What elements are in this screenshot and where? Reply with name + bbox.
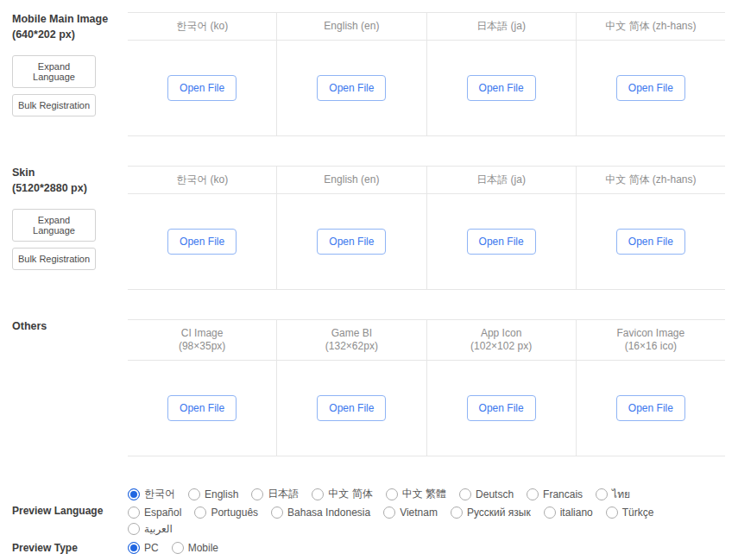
open-file-button[interactable]: Open File <box>167 229 237 255</box>
upload-cell-ko: Open File <box>128 194 276 289</box>
bulk-registration-button[interactable]: Bulk Registration <box>12 94 96 116</box>
section-others-left: Others <box>0 319 128 335</box>
open-file-button[interactable]: Open File <box>167 75 237 101</box>
radio-option-spanish[interactable]: Español <box>128 507 181 519</box>
others-table: CI Image (98×35px) Game BI (132×62px) Ap… <box>128 319 725 456</box>
open-file-button[interactable]: Open File <box>317 75 386 101</box>
section-skin-left: Skin (5120*2880 px) Expand Language Bulk… <box>0 166 128 270</box>
radio-option-german[interactable]: Deutsch <box>459 486 514 502</box>
bulk-registration-button[interactable]: Bulk Registration <box>12 248 96 270</box>
section-mobile-main-image-left: Mobile Main Image (640*202 px) Expand La… <box>0 12 128 116</box>
column-header-zh-hans: 中文 简体 (zh-hans) <box>576 13 725 40</box>
radio-icon <box>128 523 140 535</box>
section-size: (640*202 px) <box>12 28 128 43</box>
language-table-header: 한국어 (ko) English (en) 日本語 (ja) 中文 简体 (zh… <box>128 12 725 41</box>
expand-language-button[interactable]: Expand Language <box>12 209 96 242</box>
language-table-body: Open File Open File Open File Open File <box>128 194 725 290</box>
radio-icon <box>459 488 471 500</box>
preview-type-radio-group: PC Mobile <box>128 542 680 554</box>
open-file-button[interactable]: Open File <box>317 229 386 255</box>
upload-cell-zh-hans: Open File <box>576 41 725 135</box>
upload-cell-en: Open File <box>276 194 426 289</box>
radio-option-mobile[interactable]: Mobile <box>172 542 218 554</box>
upload-cell-ja: Open File <box>426 194 576 289</box>
radio-option-pc[interactable]: PC <box>128 542 159 554</box>
open-file-button[interactable]: Open File <box>167 395 237 421</box>
radio-icon <box>312 488 324 500</box>
open-file-button[interactable]: Open File <box>616 229 685 255</box>
column-header-zh-hans: 中文 简体 (zh-hans) <box>576 167 725 193</box>
radio-icon <box>606 507 618 519</box>
column-size: (102×102 px) <box>429 340 574 353</box>
preview-language-label: Preview Language <box>0 505 128 517</box>
radio-icon <box>271 507 283 519</box>
radio-option-portuguese[interactable]: Português <box>194 507 258 519</box>
radio-option-indonesian[interactable]: Bahasa Indonesia <box>271 507 370 519</box>
radio-icon <box>544 507 556 519</box>
language-table-body: Open File Open File Open File Open File <box>128 41 725 136</box>
section-others: Others CI Image (98×35px) Game BI (132×6… <box>0 319 738 456</box>
open-file-button[interactable]: Open File <box>616 75 685 101</box>
radio-icon <box>386 488 398 500</box>
radio-option-chinese-simplified[interactable]: 中文 简体 <box>312 486 372 502</box>
radio-icon <box>172 542 184 554</box>
radio-option-french[interactable]: Francais <box>527 486 583 502</box>
radio-option-korean[interactable]: 한국어 <box>128 486 175 502</box>
column-header-ja: 日本語 (ja) <box>426 167 576 193</box>
radio-icon <box>596 488 608 500</box>
upload-cell-ja: Open File <box>426 41 576 135</box>
open-file-button[interactable]: Open File <box>467 395 536 421</box>
preview-language-radio-group: 한국어 English 日本語 中文 简体 中文 繁體 Deutsch Fran… <box>128 486 680 535</box>
open-file-button[interactable]: Open File <box>317 395 386 421</box>
radio-option-english[interactable]: English <box>188 486 238 502</box>
column-title: Game BI <box>279 327 424 340</box>
preview-type-label: Preview Type <box>0 542 128 554</box>
column-size: (16×16 ico) <box>578 340 723 353</box>
radio-icon <box>188 488 200 500</box>
section-title: Skin <box>12 166 128 181</box>
section-title: Others <box>12 319 128 335</box>
radio-option-italian[interactable]: italiano <box>544 507 593 519</box>
radio-icon <box>128 507 140 519</box>
column-header-ja: 日本語 (ja) <box>426 13 576 40</box>
radio-option-japanese[interactable]: 日本語 <box>251 486 299 502</box>
radio-icon <box>527 488 539 500</box>
column-size: (132×62px) <box>279 340 424 353</box>
upload-cell-favicon-image: Open File <box>576 361 725 456</box>
radio-icon <box>128 542 140 554</box>
upload-cell-game-bi: Open File <box>276 361 426 456</box>
radio-option-arabic[interactable]: العربية <box>128 523 173 535</box>
open-file-button[interactable]: Open File <box>616 395 685 421</box>
others-table-header: CI Image (98×35px) Game BI (132×62px) Ap… <box>128 319 725 361</box>
radio-icon <box>128 488 140 500</box>
radio-icon <box>451 507 463 519</box>
column-header-ko: 한국어 (ko) <box>128 167 276 193</box>
radio-option-thai[interactable]: ไทย <box>596 486 630 502</box>
section-size: (5120*2880 px) <box>12 181 128 197</box>
column-header-app-icon: App Icon (102×102 px) <box>426 320 576 360</box>
language-table: 한국어 (ko) English (en) 日本語 (ja) 中文 简体 (zh… <box>128 12 725 136</box>
column-size: (98×35px) <box>129 340 274 353</box>
column-header-favicon-image: Favicon Image (16×16 ico) <box>576 320 725 360</box>
radio-option-russian[interactable]: Русский язык <box>451 507 531 519</box>
language-table: 한국어 (ko) English (en) 日本語 (ja) 中文 简体 (zh… <box>128 166 725 290</box>
open-file-button[interactable]: Open File <box>467 229 536 255</box>
expand-language-button[interactable]: Expand Language <box>12 55 96 88</box>
upload-cell-ci-image: Open File <box>128 361 276 456</box>
column-header-game-bi: Game BI (132×62px) <box>276 320 426 360</box>
column-title: App Icon <box>429 327 574 340</box>
section-mobile-main-image: Mobile Main Image (640*202 px) Expand La… <box>0 12 738 136</box>
language-table-header: 한국어 (ko) English (en) 日本語 (ja) 中文 简体 (zh… <box>128 166 725 194</box>
upload-cell-app-icon: Open File <box>426 361 576 456</box>
radio-option-chinese-traditional[interactable]: 中文 繁體 <box>386 486 446 502</box>
radio-icon <box>194 507 206 519</box>
upload-cell-en: Open File <box>276 41 426 135</box>
section-skin: Skin (5120*2880 px) Expand Language Bulk… <box>0 166 738 290</box>
open-file-button[interactable]: Open File <box>467 75 536 101</box>
radio-option-vietnamese[interactable]: Vietnam <box>383 507 438 519</box>
others-table-body: Open File Open File Open File Open File <box>128 361 725 456</box>
radio-icon <box>251 488 263 500</box>
radio-option-turkish[interactable]: Türkçe <box>606 507 654 519</box>
radio-icon <box>383 507 395 519</box>
section-title: Mobile Main Image <box>12 12 128 28</box>
